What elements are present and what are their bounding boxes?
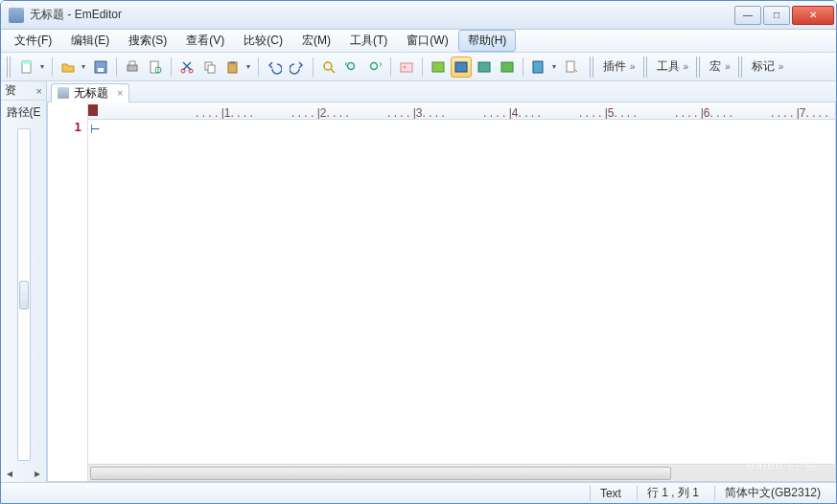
separator xyxy=(116,57,117,77)
menu-compare[interactable]: 比较(C) xyxy=(234,30,292,52)
toolbar: 插件 工具 宏 标记 xyxy=(1,53,836,81)
menu-window[interactable]: 窗口(W) xyxy=(397,30,457,52)
ruler-origin xyxy=(88,104,98,116)
save-button[interactable] xyxy=(90,57,111,78)
menu-view[interactable]: 查看(V) xyxy=(176,30,234,52)
editor: 1 . . . . |1. . . .. . . . |2. . . .. . … xyxy=(47,103,836,482)
svg-rect-11 xyxy=(208,65,215,73)
svg-point-16 xyxy=(371,62,378,69)
ruler: . . . . |1. . . .. . . . |2. . . .. . . … xyxy=(88,103,835,120)
svg-rect-24 xyxy=(567,61,574,72)
toolbar-grip[interactable] xyxy=(738,57,744,78)
svg-rect-19 xyxy=(432,62,444,72)
preview-button[interactable] xyxy=(145,57,166,78)
ruler-tick: . . . . |5. . . . xyxy=(579,106,637,120)
menu-help[interactable]: 帮助(H) xyxy=(458,30,517,52)
svg-rect-21 xyxy=(478,62,490,72)
window-controls: — □ ✕ xyxy=(734,6,834,25)
svg-rect-17 xyxy=(401,63,412,72)
svg-point-14 xyxy=(324,62,332,70)
side-panel-nav: ◂ ▸ xyxy=(1,465,46,482)
ruler-tick: . . . . |6. . . . xyxy=(675,106,732,120)
undo-button[interactable] xyxy=(264,57,285,78)
separator xyxy=(52,57,53,77)
main-area: 无标题 × 1 . . . . |1. . . .. . . . |2. . .… xyxy=(47,81,836,482)
side-panel-header: 资 × xyxy=(1,81,46,101)
side-panel: 资 × 路径(E ◂ ▸ xyxy=(1,81,47,482)
app-icon xyxy=(9,8,24,23)
svg-rect-22 xyxy=(501,62,513,72)
open-file-button[interactable] xyxy=(58,57,88,78)
wrap-col-button[interactable] xyxy=(497,57,518,78)
application-window: 无标题 - EmEditor — □ ✕ 文件(F) 编辑(E) 搜索(S) 查… xyxy=(0,0,837,504)
side-panel-title: 资 xyxy=(5,82,16,99)
menu-file[interactable]: 文件(F) xyxy=(5,30,61,52)
cut-button[interactable] xyxy=(176,57,198,78)
titlebar: 无标题 - EmEditor — □ ✕ xyxy=(1,1,836,30)
wrap-page-button[interactable] xyxy=(474,57,495,78)
toolbar-tab-tools[interactable]: 工具 xyxy=(653,57,693,78)
document-tab[interactable]: 无标题 × xyxy=(51,83,129,103)
props-button[interactable] xyxy=(561,57,582,78)
side-prev-icon[interactable]: ◂ xyxy=(7,467,12,480)
status-type: Text xyxy=(590,486,631,501)
close-button[interactable]: ✕ xyxy=(792,6,834,25)
toolbar-tab-macro[interactable]: 宏 xyxy=(706,57,734,78)
hscroll-thumb[interactable] xyxy=(90,467,671,480)
separator xyxy=(258,57,259,77)
wrap-none-button[interactable] xyxy=(428,57,449,78)
find-prev-button[interactable] xyxy=(341,57,362,78)
side-next-icon[interactable]: ▸ xyxy=(35,467,40,480)
toolbar-grip[interactable] xyxy=(590,57,595,78)
document-tabstrip: 无标题 × xyxy=(47,81,836,103)
browse-button[interactable] xyxy=(396,57,417,78)
menu-tools[interactable]: 工具(T) xyxy=(340,30,397,52)
new-file-button[interactable] xyxy=(16,57,47,78)
svg-rect-5 xyxy=(129,61,135,65)
document-tab-label: 无标题 xyxy=(74,85,108,102)
svg-rect-13 xyxy=(230,61,235,64)
ruler-tick: . . . . |1. . . . xyxy=(196,106,253,120)
toolbar-grip[interactable] xyxy=(696,57,702,78)
side-scrollbar[interactable] xyxy=(17,128,31,461)
ruler-tick: . . . . |3. . . . xyxy=(387,106,445,120)
ruler-tick: . . . . |4. . . . xyxy=(483,106,541,120)
config-button[interactable] xyxy=(528,57,559,78)
tab-close-icon[interactable]: × xyxy=(117,87,123,99)
redo-button[interactable] xyxy=(287,57,308,78)
wrap-window-button[interactable] xyxy=(451,57,472,78)
text-area[interactable]: ⊢ xyxy=(88,120,835,464)
status-encoding: 简体中文(GB2312) xyxy=(714,486,830,501)
status-cursor: 行 1 , 列 1 xyxy=(637,486,709,501)
toolbar-grip[interactable] xyxy=(7,57,12,78)
workarea: 资 × 路径(E ◂ ▸ 无标题 × 1 xyxy=(1,81,836,482)
print-button[interactable] xyxy=(122,57,143,78)
hscroll-track[interactable] xyxy=(89,466,834,481)
side-panel-close[interactable]: × xyxy=(36,85,42,97)
menu-search[interactable]: 搜索(S) xyxy=(119,30,176,52)
svg-rect-3 xyxy=(98,68,104,72)
toolbar-grip[interactable] xyxy=(643,57,649,78)
find-next-button[interactable] xyxy=(364,57,385,78)
separator xyxy=(390,57,391,77)
find-button[interactable] xyxy=(318,57,339,78)
svg-rect-20 xyxy=(455,62,467,72)
text-cursor: ⊢ xyxy=(90,123,100,136)
horizontal-scrollbar[interactable] xyxy=(88,464,835,481)
side-scroll-thumb[interactable] xyxy=(19,281,29,309)
paste-button[interactable] xyxy=(222,57,253,78)
toolbar-tab-markers[interactable]: 标记 xyxy=(748,57,788,78)
toolbar-tab-plugins[interactable]: 插件 xyxy=(599,57,639,78)
menu-macro[interactable]: 宏(M) xyxy=(292,30,340,52)
separator xyxy=(171,57,172,77)
minimize-button[interactable]: — xyxy=(734,6,761,25)
separator xyxy=(422,57,423,77)
svg-rect-4 xyxy=(128,65,137,71)
svg-rect-1 xyxy=(22,61,31,64)
copy-button[interactable] xyxy=(199,57,221,78)
line-number: 1 xyxy=(48,120,87,134)
menu-edit[interactable]: 编辑(E) xyxy=(61,30,119,52)
svg-point-15 xyxy=(348,62,355,69)
maximize-button[interactable]: □ xyxy=(763,6,790,25)
document-icon xyxy=(58,87,69,99)
